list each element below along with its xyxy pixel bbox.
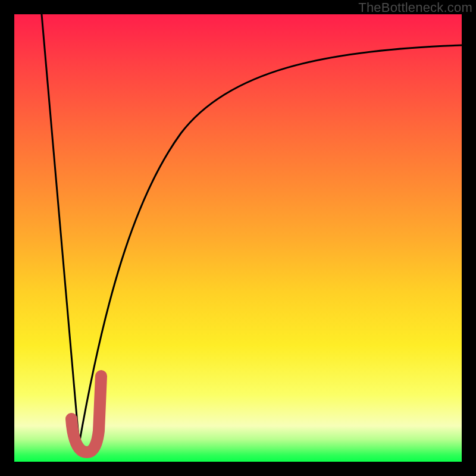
curve-layer [14,14,462,462]
watermark-text: TheBottleneck.com [358,0,472,15]
chart-frame: TheBottleneck.com [0,0,476,476]
left-slope-line [42,14,79,444]
plot-area [14,14,462,462]
right-asymptote-curve [79,45,462,444]
